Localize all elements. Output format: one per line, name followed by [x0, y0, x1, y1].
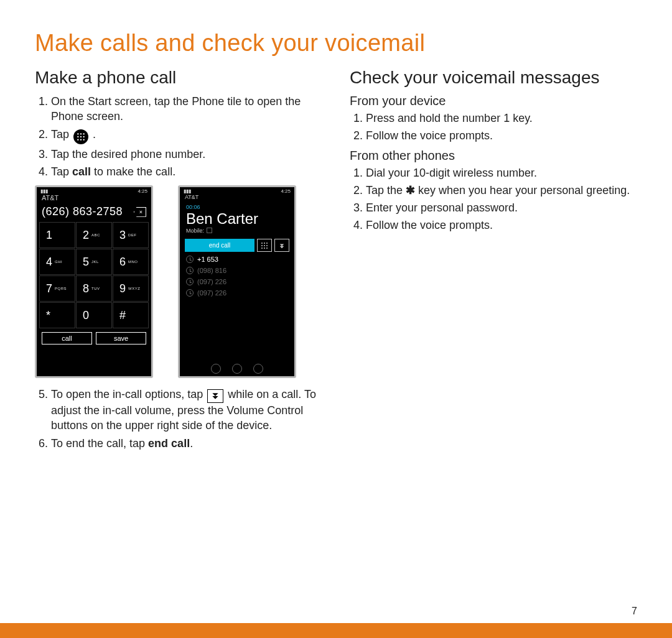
svg-point-3 — [77, 136, 78, 137]
recent-item[interactable]: (097) 226 — [186, 289, 288, 297]
left-column: Make a phone call On the Start screen, t… — [35, 68, 322, 456]
status-bar: ▮▮▮ 4:25 — [180, 187, 294, 194]
end-call-button[interactable]: end call — [185, 239, 254, 252]
step-1: On the Start screen, tap the Phone tile … — [51, 94, 322, 124]
star-icon: ✱ — [406, 184, 415, 196]
call-timer: 00:06 — [180, 201, 294, 210]
call-button[interactable]: call — [42, 332, 92, 344]
keypad-icon — [73, 129, 88, 144]
key-6[interactable]: 6MNO — [113, 249, 149, 275]
section-make-call: Make a phone call — [35, 68, 322, 88]
recent-item[interactable]: (098) 816 — [186, 267, 288, 274]
signal-icon: ▮▮▮ — [184, 188, 191, 194]
clock-icon — [186, 289, 194, 297]
sub-from-other: From other phones — [350, 149, 637, 163]
key-2[interactable]: 2ABC — [76, 222, 112, 248]
phone-screenshots: ▮▮▮ 4:25 AT&T (626) 863-2758 × 1 2ABC 3D… — [35, 185, 322, 378]
key-0[interactable]: 0 — [76, 302, 112, 328]
device-steps: Press and hold the number 1 key. Follow … — [350, 111, 637, 144]
section-voicemail: Check your voicemail messages — [350, 68, 637, 88]
svg-point-6 — [77, 139, 78, 140]
right-column: Check your voicemail messages From your … — [350, 68, 637, 456]
device-step-1: Press and hold the number 1 key. — [366, 111, 637, 126]
step-3: Tap the desired phone number. — [51, 147, 322, 162]
bubble-icon — [207, 228, 212, 233]
step-4: Tap call to make the call. — [51, 164, 322, 179]
dialed-number: (626) 863-2758 — [42, 205, 130, 218]
dial-display: (626) 863-2758 × — [37, 203, 151, 222]
clock-icon — [186, 278, 194, 285]
keypad-icon[interactable] — [257, 239, 272, 252]
key-star[interactable]: * — [39, 302, 75, 328]
status-bar: ▮▮▮ 4:25 — [37, 187, 151, 194]
key-7[interactable]: 7PQRS — [39, 275, 75, 302]
svg-point-17 — [266, 247, 268, 249]
step-5: To open the in-call options, tap while o… — [51, 387, 322, 433]
two-column-layout: Make a phone call On the Start screen, t… — [35, 68, 637, 456]
svg-point-9 — [261, 243, 263, 244]
status-time: 4:25 — [138, 188, 147, 194]
other-step-3: Enter your personal password. — [366, 200, 637, 215]
nav-icon[interactable] — [253, 364, 263, 374]
dropdown-icon — [207, 389, 223, 403]
svg-point-10 — [264, 243, 265, 244]
page-title: Make calls and check your voicemail — [35, 30, 637, 57]
key-3[interactable]: 3DEF — [113, 222, 149, 248]
footer-bar — [0, 623, 672, 638]
in-call-actions: end call — [180, 239, 294, 252]
carrier-label: AT&T — [180, 194, 294, 201]
clock-icon — [186, 256, 194, 263]
key-1[interactable]: 1 — [39, 222, 75, 248]
caller-name: Ben Carter — [180, 210, 294, 228]
other-steps: Dial your 10-digit wireless number. Tap … — [350, 165, 637, 233]
phone-incall-screenshot: ▮▮▮ 4:25 AT&T 00:06 Ben Carter Mobile: e… — [178, 185, 296, 378]
svg-point-2 — [83, 133, 85, 134]
nav-icon[interactable] — [232, 364, 242, 374]
key-4[interactable]: 4GHI — [39, 249, 75, 275]
key-hash[interactable]: # — [113, 302, 149, 328]
call-type: Mobile: — [180, 228, 294, 239]
svg-point-13 — [264, 245, 265, 246]
svg-point-12 — [261, 245, 263, 246]
sub-from-device: From your device — [350, 94, 637, 108]
svg-point-1 — [80, 133, 82, 134]
manual-page: Make calls and check your voicemail Make… — [0, 0, 672, 456]
svg-point-0 — [77, 133, 78, 134]
carrier-label: AT&T — [37, 194, 151, 203]
other-step-1: Dial your 10-digit wireless number. — [366, 165, 637, 180]
save-button[interactable]: save — [96, 332, 146, 344]
other-step-2: Tap the ✱ key when you hear your persona… — [366, 183, 637, 198]
svg-point-11 — [266, 243, 268, 244]
bottom-nav — [180, 364, 294, 374]
dial-actions: call save — [37, 328, 151, 348]
device-step-2: Follow the voice prompts. — [366, 128, 637, 143]
signal-icon: ▮▮▮ — [40, 188, 48, 194]
svg-point-4 — [80, 136, 82, 137]
nav-icon[interactable] — [211, 364, 221, 374]
svg-point-5 — [83, 136, 85, 137]
recent-item[interactable]: +1 653 — [186, 256, 288, 263]
key-8[interactable]: 8TUV — [76, 275, 112, 302]
svg-point-8 — [83, 139, 85, 140]
recent-calls: +1 653 (098) 816 (097) 226 (097) 226 — [180, 252, 294, 300]
status-time: 4:25 — [281, 188, 291, 194]
make-call-steps-cont: To open the in-call options, tap while o… — [35, 387, 322, 451]
dialpad: 1 2ABC 3DEF 4GHI 5JKL 6MNO 7PQRS 8TUV 9W… — [37, 222, 151, 328]
other-step-4: Follow the voice prompts. — [366, 218, 637, 233]
svg-point-15 — [261, 247, 263, 249]
step-6: To end the call, tap end call. — [51, 436, 322, 451]
phone-dialer-screenshot: ▮▮▮ 4:25 AT&T (626) 863-2758 × 1 2ABC 3D… — [35, 185, 153, 378]
recent-item[interactable]: (097) 226 — [186, 278, 288, 285]
make-call-steps: On the Start screen, tap the Phone tile … — [35, 94, 322, 179]
backspace-icon[interactable]: × — [134, 207, 146, 217]
clock-icon — [186, 267, 194, 274]
svg-point-16 — [264, 247, 265, 249]
step-2: Tap . — [51, 127, 322, 144]
dropdown-icon[interactable] — [274, 239, 289, 252]
key-5[interactable]: 5JKL — [76, 249, 112, 275]
svg-point-7 — [80, 139, 82, 140]
key-9[interactable]: 9WXYZ — [113, 275, 149, 302]
svg-point-14 — [266, 245, 268, 246]
page-number: 7 — [632, 606, 637, 617]
